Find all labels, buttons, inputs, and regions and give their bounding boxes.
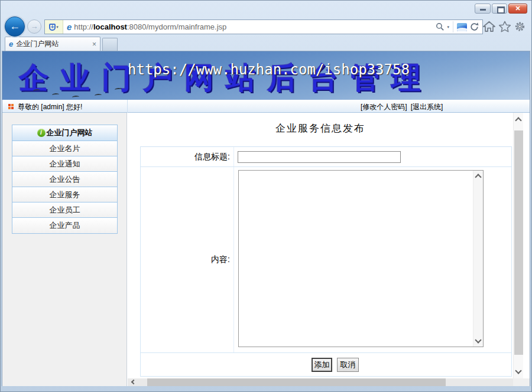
scrollbar-corner	[523, 378, 530, 386]
sidebar-header: i 企业门户网站	[12, 125, 117, 141]
home-icon[interactable]	[482, 21, 496, 32]
horizontal-scrollbar-thumb[interactable]	[147, 378, 446, 386]
divider	[453, 21, 453, 32]
address-bar-icons: ▾	[436, 21, 482, 32]
search-dropdown-icon[interactable]: ▾	[447, 25, 449, 30]
tab-title: 企业门户网站	[16, 39, 89, 49]
scroll-up-icon[interactable]	[475, 174, 481, 180]
window-controls: ✕	[475, 4, 527, 14]
url-text[interactable]: http://localhost:8080/mydorm/mainframe.j…	[74, 22, 436, 31]
sidebar-panel: i 企业门户网站 企业名片 企业通知 企业公告 企业服务 企业员工 企业产品	[2, 113, 127, 386]
compatibility-view-icon[interactable]	[457, 23, 467, 31]
content-textarea-frame	[238, 170, 484, 347]
greeting-text: 尊敬的 [admin] 您好!	[18, 102, 82, 112]
main-content: 企业服务信息发布 信息标题: 内容:	[128, 113, 513, 378]
chevron-down-icon: ▾	[56, 25, 59, 30]
change-password-link[interactable]: [修改个人密码]	[361, 102, 407, 112]
status-links: [修改个人密码] [退出系统]	[361, 102, 443, 112]
textarea-scrollbar[interactable]	[473, 171, 483, 347]
logout-link[interactable]: [退出系统]	[411, 102, 443, 112]
add-button[interactable]: 添加	[312, 358, 332, 372]
publish-form: 信息标题: 内容:	[140, 146, 512, 377]
sidebar-menu: i 企业门户网站 企业名片 企业通知 企业公告 企业服务 企业员工 企业产品	[12, 125, 118, 234]
scroll-down-icon[interactable]	[515, 367, 521, 374]
minimize-button[interactable]	[475, 4, 491, 14]
site-banner: 企业门户网站后台管理 https://www.huzhan.com/ishop3…	[2, 51, 530, 100]
orange-squares-icon	[8, 104, 14, 109]
bird-icon	[72, 96, 79, 99]
content-label: 内容:	[141, 167, 234, 352]
scroll-left-icon[interactable]	[131, 380, 136, 384]
close-button[interactable]: ✕	[508, 4, 527, 14]
form-row-title: 信息标题:	[141, 147, 511, 167]
back-button[interactable]: ←	[5, 17, 25, 37]
sidebar-item-notice[interactable]: 企业通知	[12, 156, 117, 172]
toolbar-icons	[482, 21, 526, 32]
address-bar[interactable]: + ▾ e http://localhost:8080/mydorm/mainf…	[44, 19, 483, 34]
url-scheme: http://	[74, 22, 93, 31]
search-icon[interactable]	[436, 22, 445, 31]
info-icon: i	[37, 129, 46, 137]
favorites-star-icon[interactable]	[498, 21, 511, 32]
page-body: i 企业门户网站 企业名片 企业通知 企业公告 企业服务 企业员工 企业产品 企…	[2, 113, 530, 386]
watermark-text: https://www.huzhan.com/ishop33758	[128, 61, 410, 78]
tab-close-icon[interactable]: ×	[92, 41, 96, 48]
page-content: 企业门户网站后台管理 https://www.huzhan.com/ishop3…	[2, 51, 530, 386]
button-row: 添加 取消	[141, 353, 512, 376]
vertical-scrollbar[interactable]	[513, 113, 523, 378]
title-label: 信息标题:	[141, 147, 234, 166]
scroll-up-icon[interactable]	[515, 117, 521, 123]
maximize-button[interactable]	[492, 4, 507, 14]
page-title: 企业服务信息发布	[128, 122, 513, 135]
sidebar-item-employee[interactable]: 企业员工	[12, 202, 117, 218]
tab-bar: e 企业门户网站 ×	[0, 37, 532, 51]
sidebar-item-announcement[interactable]: 企业公告	[12, 172, 117, 187]
new-tab-button[interactable]	[102, 38, 118, 51]
title-input[interactable]	[238, 151, 401, 163]
ie-favicon: e	[63, 22, 74, 32]
security-zone-button[interactable]: + ▾	[45, 20, 63, 34]
content-textarea[interactable]	[239, 171, 473, 347]
sidebar-item-product[interactable]: 企业产品	[12, 218, 117, 233]
horizontal-scrollbar[interactable]	[128, 378, 523, 386]
sidebar-item-business-card[interactable]: 企业名片	[12, 141, 117, 156]
status-bar: 尊敬的 [admin] 您好! [修改个人密码] [退出系统]	[2, 100, 530, 113]
cancel-button[interactable]: 取消	[337, 358, 359, 372]
form-row-content: 内容:	[141, 167, 511, 353]
scrollbar-corner	[513, 378, 523, 386]
tab-active[interactable]: e 企业门户网站 ×	[5, 37, 100, 51]
divider	[127, 100, 128, 113]
sidebar-header-label: 企业门户网站	[47, 128, 93, 138]
refresh-icon[interactable]	[469, 22, 479, 32]
tab-favicon: e	[9, 40, 13, 48]
settings-gear-icon[interactable]	[514, 21, 526, 32]
sidebar-item-service[interactable]: 企业服务	[12, 187, 117, 202]
url-path: :8080/mydorm/mainframe.jsp	[127, 22, 226, 31]
forward-button[interactable]: →	[27, 19, 41, 34]
scroll-down-icon[interactable]	[475, 337, 481, 343]
browser-window: ✕ ← → + ▾ e http://localhost:8080/mydorm…	[0, 0, 532, 392]
form-row-buttons: 添加 取消	[141, 353, 511, 376]
shield-plus-icon: +	[49, 24, 56, 31]
url-host: localhost	[93, 22, 127, 31]
vertical-scrollbar-thumb[interactable]	[514, 130, 523, 355]
navigation-bar: ← → + ▾ e http://localhost:8080/mydorm/m…	[0, 17, 532, 37]
